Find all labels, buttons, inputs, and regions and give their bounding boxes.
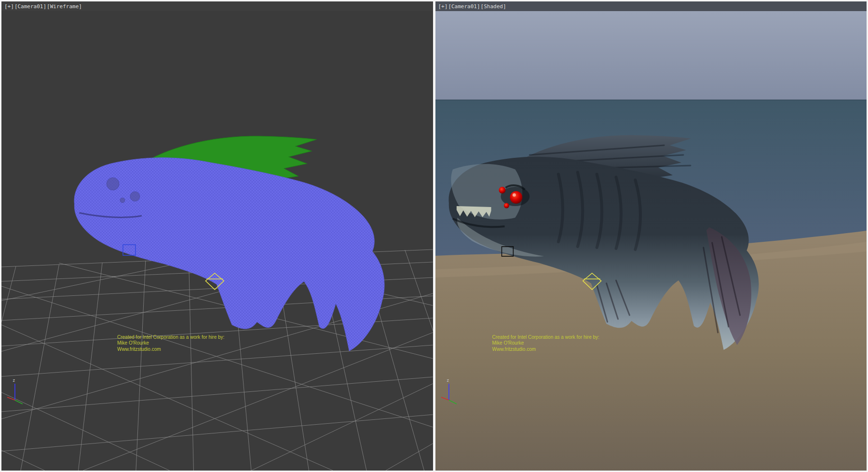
eye-small [499, 187, 505, 194]
axis-z-label: z [446, 378, 448, 383]
credit-line-3: Www.fritzstudio.com [117, 347, 224, 352]
wireframe-canvas[interactable]: z [1, 11, 433, 471]
credit-line-1: Created for Intel Corporation as a work … [492, 334, 599, 340]
scene-credit-text[interactable]: Created for Intel Corporation as a work … [117, 334, 224, 352]
credit-line-3: Www.fritzstudio.com [492, 347, 599, 352]
eye-highlight [512, 194, 515, 197]
viewport-pov-label[interactable]: [Camera01] [448, 3, 480, 10]
viewport-pov-label[interactable]: [Camera01] [14, 3, 46, 10]
viewport-wireframe[interactable]: [+] [Camera01] [Wireframe] [1, 1, 433, 471]
axis-tripod-icon: z [7, 378, 23, 404]
credit-line-2: Mike O'Rourke [492, 340, 599, 346]
eye-socket-mark [107, 178, 119, 190]
max-viewport-layout: [+] [Camera01] [Wireframe] [0, 0, 868, 472]
horizon-line [435, 99, 867, 100]
axis-z-label: z [13, 378, 15, 383]
scene-credit-text[interactable]: Created for Intel Corporation as a work … [492, 334, 599, 352]
eye-socket-mark [130, 192, 140, 201]
credit-line-2: Mike O'Rourke [117, 340, 224, 346]
eye-large [510, 191, 522, 204]
viewport-label-bar: [+] [Camera01] [Shaded] [435, 1, 867, 11]
credit-line-1: Created for Intel Corporation as a work … [117, 334, 224, 340]
viewport-shaded[interactable]: [+] [Camera01] [Shaded] [435, 1, 867, 471]
eye-small [503, 203, 509, 208]
viewport-menu-button[interactable]: [+] [438, 3, 448, 10]
shaded-canvas[interactable]: z [435, 11, 867, 471]
eye-socket-mark [120, 198, 125, 203]
viewport-shading-label[interactable]: [Shaded] [481, 3, 506, 10]
creature-body[interactable] [74, 158, 384, 351]
viewport-shading-label[interactable]: [Wireframe] [47, 3, 82, 10]
viewport-label-bar: [+] [Camera01] [Wireframe] [1, 1, 433, 11]
viewport-menu-button[interactable]: [+] [4, 3, 14, 10]
sky [435, 11, 867, 101]
